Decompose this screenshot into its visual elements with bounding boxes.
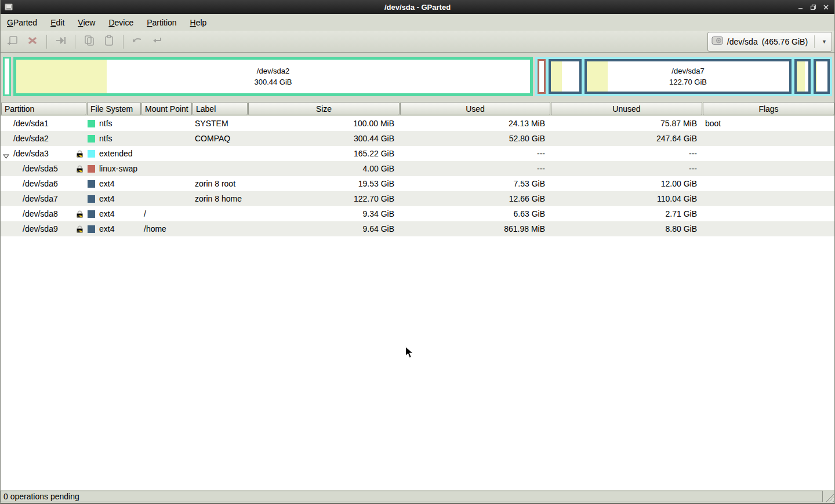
title-bar[interactable]: /dev/sda - GParted: [1, 0, 834, 14]
minimize-button[interactable]: [796, 3, 804, 11]
label-cell: [192, 206, 248, 221]
used-cell: 24.13 MiB: [400, 116, 550, 131]
new-partition-button[interactable]: [3, 33, 23, 50]
mount-point-cell: /home: [141, 221, 192, 236]
partition-name: /dev/sda8: [23, 209, 58, 218]
filesystem-color-swatch: [88, 150, 95, 158]
filesystem-cell: ext4: [86, 206, 141, 221]
filesystem-cell: ext4: [86, 221, 141, 236]
column-header-unused[interactable]: Unused: [551, 102, 702, 115]
partition-name-cell: /dev/sda8: [1, 206, 86, 221]
status-bar: 0 operations pending: [1, 490, 834, 503]
column-header-filesystem[interactable]: File System: [87, 102, 141, 115]
mount-point-cell: [141, 191, 192, 206]
label-cell: [192, 161, 248, 176]
visualbar-segment-sda6[interactable]: [549, 59, 582, 94]
size-cell: 4.00 GiB: [248, 161, 400, 176]
size-cell: 165.22 GiB: [248, 146, 400, 161]
table-row[interactable]: /dev/sda9ext4/home9.64 GiB861.98 MiB8.80…: [1, 221, 834, 236]
flags-cell: [702, 146, 834, 161]
flags-cell: [702, 206, 834, 221]
visualbar-segment-sda3-extended[interactable]: /dev/sda7122.70 GiB: [535, 57, 832, 96]
flags-cell: [702, 161, 834, 176]
menu-edit[interactable]: Edit: [50, 17, 65, 28]
resize-move-button[interactable]: [51, 33, 71, 50]
apply-button[interactable]: [147, 33, 167, 50]
visualbar-segment-label: /dev/sda2300.44 GiB: [16, 60, 530, 93]
device-selector[interactable]: /dev/sda (465.76 GiB) ▼: [707, 32, 832, 52]
device-selector-size: (465.76 GiB): [762, 37, 808, 46]
table-row[interactable]: /dev/sda1ntfsSYSTEM100.00 MiB24.13 MiB75…: [1, 116, 834, 131]
restore-button[interactable]: [809, 3, 817, 11]
column-header-partition[interactable]: Partition: [1, 102, 86, 115]
table-row[interactable]: /dev/sda7ext4zorin 8 home122.70 GiB12.66…: [1, 191, 834, 206]
partition-name: /dev/sda3: [13, 149, 49, 158]
flags-cell: [702, 131, 834, 146]
table-row[interactable]: /dev/sda3extended165.22 GiB------: [1, 146, 834, 161]
copy-button[interactable]: [79, 33, 99, 50]
visualbar-segment-sda8[interactable]: [794, 59, 811, 94]
expander-icon[interactable]: [3, 151, 9, 160]
used-cell: ---: [400, 146, 550, 161]
partition-name-cell: /dev/sda5: [1, 161, 86, 176]
menu-help[interactable]: Help: [190, 17, 208, 28]
partition-name: /dev/sda5: [23, 164, 58, 173]
used-cell: ---: [400, 161, 550, 176]
column-header-label[interactable]: Label: [193, 102, 248, 115]
close-button[interactable]: [822, 3, 830, 11]
table-row[interactable]: /dev/sda5linux-swap4.00 GiB------: [1, 161, 834, 176]
column-header-size[interactable]: Size: [248, 102, 400, 115]
device-selector-device: /dev/sda: [727, 37, 758, 46]
table-header: Partition File System Mount Point Label …: [1, 101, 834, 116]
visual-section: /dev/sda2300.44 GiB/dev/sda7122.70 GiB: [1, 53, 834, 101]
pending-operations-status: 0 operations pending: [1, 491, 823, 502]
partition-name-cell: /dev/sda6: [1, 176, 86, 191]
visualbar-segment-sda9[interactable]: [814, 59, 830, 94]
lock-icon: [75, 210, 84, 218]
used-space-fill: [797, 61, 805, 92]
paste-button[interactable]: [99, 33, 119, 50]
table-row[interactable]: /dev/sda8ext4/9.34 GiB6.63 GiB2.71 GiB: [1, 206, 834, 221]
menu-partition[interactable]: Partition: [146, 17, 177, 28]
size-cell: 122.70 GiB: [248, 191, 400, 206]
table-row[interactable]: /dev/sda6ext4zorin 8 root19.53 GiB7.53 G…: [1, 176, 834, 191]
filesystem-color-swatch: [88, 195, 95, 203]
column-header-mountpoint[interactable]: Mount Point: [141, 102, 192, 115]
menu-gparted[interactable]: GParted: [6, 17, 38, 28]
column-header-flags[interactable]: Flags: [703, 102, 834, 115]
filesystem-name: linux-swap: [99, 164, 137, 173]
partition-name-cell: /dev/sda9: [1, 221, 86, 236]
filesystem-color-swatch: [88, 225, 95, 233]
lock-icon: [75, 225, 84, 233]
filesystem-name: ntfs: [99, 119, 112, 128]
menu-device[interactable]: Device: [108, 17, 134, 28]
unused-cell: ---: [550, 161, 702, 176]
gparted-app-icon: [4, 2, 13, 12]
copy-icon: [82, 34, 96, 50]
unused-cell: ---: [550, 146, 702, 161]
chevron-down-icon: ▼: [819, 39, 830, 45]
visualbar-segment-sda1[interactable]: [3, 57, 11, 96]
menu-bar: GParted Edit View Device Partition Help: [1, 14, 834, 31]
delete-partition-button[interactable]: [23, 33, 42, 50]
visualbar-segment-sda2[interactable]: /dev/sda2300.44 GiB: [13, 57, 533, 96]
unused-cell: 110.04 GiB: [550, 191, 702, 206]
size-cell: 9.64 GiB: [248, 221, 400, 236]
flags-cell: [702, 221, 834, 236]
column-header-used[interactable]: Used: [400, 102, 550, 115]
undo-button[interactable]: [128, 33, 147, 50]
paste-icon: [102, 34, 116, 50]
resize-grip[interactable]: [824, 492, 834, 502]
visualbar-segment-label: /dev/sda7122.70 GiB: [587, 61, 789, 92]
filesystem-cell: linux-swap: [86, 161, 141, 176]
filesystem-color-swatch: [88, 180, 95, 188]
label-cell: SYSTEM: [192, 116, 248, 131]
visualbar-segment-sda5[interactable]: [538, 59, 546, 94]
new-partition-icon: [6, 34, 20, 50]
table-row[interactable]: /dev/sda2ntfsCOMPAQ300.44 GiB52.80 GiB24…: [1, 131, 834, 146]
mount-point-cell: [141, 131, 192, 146]
partition-name: /dev/sda1: [13, 119, 49, 128]
menu-view[interactable]: View: [77, 17, 96, 28]
filesystem-name: ext4: [99, 194, 114, 203]
visualbar-segment-sda7[interactable]: /dev/sda7122.70 GiB: [584, 59, 792, 94]
